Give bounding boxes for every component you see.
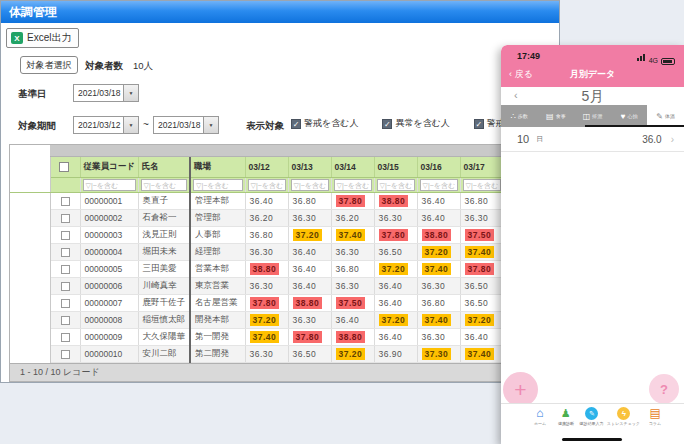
steps-icon: ∴ bbox=[511, 112, 516, 121]
cell-name: 堀田未来 bbox=[138, 244, 190, 261]
tabbar-item[interactable]: ♟健康診断 bbox=[553, 407, 579, 437]
cell-temperature: 36.50 bbox=[374, 244, 417, 261]
chevron-down-icon[interactable]: ▼ bbox=[123, 85, 138, 101]
display-target-checkbox[interactable]: ✓警戒を含む人 bbox=[291, 117, 358, 130]
column-filter-input[interactable]: ▽|~を含む bbox=[334, 179, 372, 191]
toilet-icon: ◫ bbox=[583, 112, 591, 121]
cell-temperature: 36.30 bbox=[245, 278, 288, 295]
period-to-dropdown[interactable]: 2021/03/18 ▼ bbox=[153, 116, 219, 134]
row-checkbox[interactable] bbox=[61, 197, 70, 206]
tabbar-item[interactable]: ϟストレスチェック bbox=[605, 407, 642, 437]
cell-workplace: 人事部 bbox=[190, 227, 245, 244]
cell-workplace: 経理部 bbox=[190, 244, 245, 261]
column-header-date[interactable]: 03/17 bbox=[460, 157, 503, 178]
table-row: 00000003浅見正則人事部36.8037.2037.4037.8038.80… bbox=[10, 227, 503, 244]
row-checkbox[interactable] bbox=[61, 333, 70, 342]
period-from-dropdown[interactable]: 2021/03/12 ▼ bbox=[73, 116, 139, 134]
cell-workplace: 営業本部 bbox=[190, 261, 245, 278]
column-header-date[interactable]: 03/15 bbox=[374, 157, 417, 178]
table-row: 00000002石倉裕一管理部36.2036.3036.2036.3036.40… bbox=[10, 210, 503, 227]
column-filter-input[interactable]: ▽|~を含む bbox=[248, 179, 286, 191]
cell-temperature: 36.30 bbox=[331, 244, 374, 261]
column-header-date[interactable]: 03/16 bbox=[417, 157, 460, 178]
temp-value: 36.80 bbox=[465, 196, 489, 206]
filter-cell: ▽|~を含む bbox=[138, 178, 190, 193]
cell-temperature: 36.40 bbox=[374, 278, 417, 295]
row-checkbox[interactable] bbox=[61, 231, 70, 240]
tabbar-label: ストレスチェック bbox=[607, 421, 640, 426]
column-filter-input[interactable]: ▽|~を含む bbox=[463, 179, 501, 191]
tabbar-item[interactable]: ✎健診結果入力 bbox=[578, 407, 605, 437]
chevron-down-icon[interactable]: ▼ bbox=[203, 117, 218, 133]
column-header-date[interactable]: 03/12 bbox=[245, 157, 288, 178]
column-filter-input[interactable]: ▽|~を含む bbox=[420, 179, 458, 191]
cell-temperature: 36.40 bbox=[460, 329, 503, 346]
temp-value: 36.80 bbox=[293, 196, 317, 206]
row-checkbox[interactable] bbox=[61, 316, 70, 325]
tabbar-item[interactable]: ⌂ホーム bbox=[527, 407, 553, 437]
temp-warning-value: 37.40 bbox=[465, 348, 495, 360]
row-select-cell bbox=[50, 261, 80, 278]
cell-temperature: 37.20 bbox=[374, 312, 417, 329]
temp-warning-value: 37.40 bbox=[422, 263, 452, 275]
temp-value: 36.30 bbox=[293, 213, 317, 223]
edit-icon: ✎ bbox=[585, 407, 598, 420]
column-filter-input[interactable]: ▽|~を含む bbox=[291, 179, 329, 191]
display-target-checkbox[interactable]: ✓異常を含む人 bbox=[382, 117, 449, 130]
base-date-dropdown[interactable]: 2021/03/18 ▼ bbox=[73, 84, 139, 102]
row-checkbox[interactable] bbox=[61, 265, 70, 274]
metric-tab[interactable]: ♥心拍 bbox=[611, 105, 648, 127]
row-checkbox[interactable] bbox=[61, 248, 70, 257]
temp-value: 36.90 bbox=[379, 349, 403, 359]
column-filter-input[interactable]: ▽|~を含む bbox=[141, 179, 188, 191]
metric-tab[interactable]: ∴歩数 bbox=[501, 105, 538, 127]
tabbar-item[interactable]: ▤コラム bbox=[642, 407, 668, 437]
checkbox-checked-icon: ✓ bbox=[291, 119, 301, 129]
temp-value: 36.40 bbox=[293, 264, 317, 274]
column-filter-input[interactable]: ▽|~を含む bbox=[83, 179, 136, 191]
temp-value: 36.30 bbox=[250, 281, 274, 291]
filter-cell: ▽|~を含む bbox=[190, 178, 245, 193]
row-checkbox[interactable] bbox=[61, 350, 70, 359]
target-count-label: 対象者数 bbox=[85, 60, 123, 73]
chevron-down-icon[interactable]: ▼ bbox=[123, 117, 138, 133]
screen: 体調管理 X Excel出力 対象者選択 対象者数 10人 基準日 2021/0… bbox=[0, 0, 684, 444]
metric-tab[interactable]: ◫排泄 bbox=[574, 105, 611, 127]
metric-tab[interactable]: ▤食事 bbox=[538, 105, 575, 127]
cell-temperature: 36.20 bbox=[331, 210, 374, 227]
cell-name: 鹿野千佐子 bbox=[138, 295, 190, 312]
cell-name: 安川二郎 bbox=[138, 346, 190, 363]
row-checkbox[interactable] bbox=[61, 299, 70, 308]
pencil-icon: ✎ bbox=[656, 112, 663, 121]
metric-tab[interactable]: ✎体温 bbox=[647, 105, 684, 127]
day-record-row[interactable]: 10 日 36.0 › bbox=[501, 127, 684, 152]
column-filter-input[interactable]: ▽|~を含む bbox=[193, 179, 243, 191]
column-filter-input[interactable]: ▽|~を含む bbox=[377, 179, 415, 191]
select-target-button[interactable]: 対象者選択 bbox=[20, 56, 78, 74]
home-indicator[interactable] bbox=[562, 438, 622, 441]
excel-export-button[interactable]: X Excel出力 bbox=[6, 28, 79, 48]
excel-icon: X bbox=[11, 32, 23, 44]
column-header-code[interactable]: 従業員コード bbox=[80, 157, 138, 178]
column-header-date[interactable]: 03/14 bbox=[331, 157, 374, 178]
column-header-dept[interactable]: 職場 bbox=[190, 157, 245, 178]
cell-temperature: 37.80 bbox=[245, 295, 288, 312]
select-all-checkbox[interactable] bbox=[59, 162, 69, 172]
cell-workplace: 管理本部 bbox=[190, 193, 245, 210]
temp-warning-value: 37.40 bbox=[250, 331, 280, 343]
column-header-date[interactable]: 03/13 bbox=[288, 157, 331, 178]
row-checkbox[interactable] bbox=[61, 214, 70, 223]
temp-alert-value: 38.80 bbox=[379, 195, 409, 207]
temp-value: 36.30 bbox=[250, 349, 274, 359]
add-button[interactable]: + bbox=[503, 372, 538, 407]
column-header-name[interactable]: 氏名 bbox=[138, 157, 190, 178]
cell-employee-code: 00000003 bbox=[80, 227, 138, 244]
metric-tab-label: 歩数 bbox=[518, 113, 528, 119]
checkbox-checked-icon: ✓ bbox=[382, 119, 392, 129]
row-checkbox[interactable] bbox=[61, 282, 70, 291]
help-button[interactable]: ? bbox=[649, 374, 679, 404]
cell-temperature: 36.40 bbox=[288, 278, 331, 295]
cell-name: 川崎真幸 bbox=[138, 278, 190, 295]
temp-value: 36.40 bbox=[293, 281, 317, 291]
cell-temperature: 36.40 bbox=[374, 329, 417, 346]
